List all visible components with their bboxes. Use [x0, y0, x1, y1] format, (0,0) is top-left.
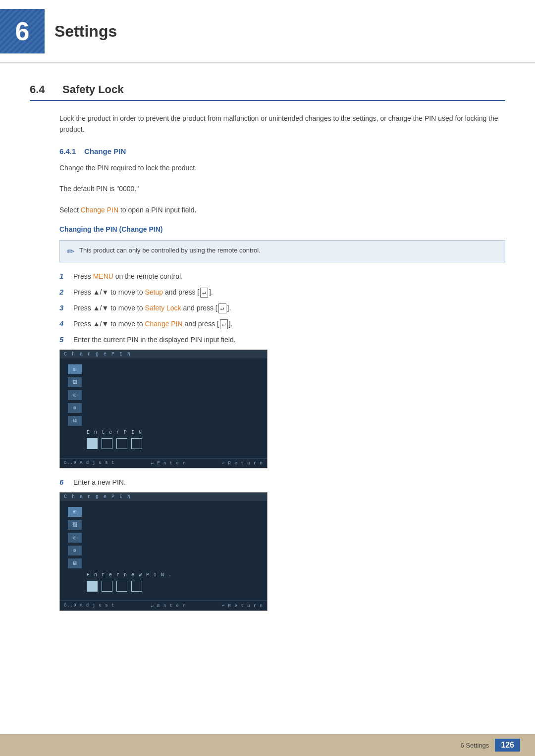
main-content: 6.4 Safety Lock Lock the product in orde… [0, 63, 535, 645]
subsection-desc2: The default PIN is "0000." [59, 183, 505, 194]
step-1: 1 Press MENU on the remote control. [59, 270, 505, 282]
enter-key-3: ↵ [218, 303, 226, 313]
pin-box-1-4 [131, 438, 142, 449]
changepin-highlight: Change PIN [145, 320, 182, 328]
pin-footer-mid-2: ↵ E n t e r [151, 603, 185, 608]
pin-icons-2: ⊞ 🖼 ◎ ⚙ 🖥 [68, 507, 259, 568]
subsection-heading: 6.4.1 Change PIN [59, 147, 505, 155]
pin-icon-2b: 🖼 [68, 520, 82, 530]
icon-row-2-3: ◎ [68, 533, 259, 543]
subsection-number: 6.4.1 [59, 147, 76, 155]
step-2: 2 Press ▲/▼ to move to Setup and press [… [59, 286, 505, 298]
pin-footer-2: 0..9 A d j u s t ↵ E n t e r ↩ R e t u r… [60, 601, 267, 610]
pin-icon-2d: ⚙ [68, 546, 82, 555]
pin-footer-mid-1: ↵ E n t e r [151, 460, 185, 466]
step-6: 6 Enter a new PIN. [59, 476, 505, 488]
step-4: 4 Press ▲/▼ to move to Change PIN and pr… [59, 318, 505, 330]
pin-screen-2: C h a n g e P I N ⊞ 🖼 ◎ ⚙ 🖥 E n t [59, 492, 268, 611]
pin-footer-right-2: ↩ R e t u r n [222, 603, 263, 608]
pin-box-2-2 [102, 581, 112, 592]
step-number-2: 2 [59, 286, 73, 298]
pin-footer-right-1: ↩ R e t u r n [222, 460, 263, 466]
page-footer: 6 Settings 126 [0, 734, 535, 756]
pin-icon-1a: ⊞ [68, 364, 82, 374]
note-text: This product can only be controlled by u… [79, 246, 261, 255]
section-title: Safety Lock [62, 83, 124, 96]
pin-bar-2: C h a n g e P I N [60, 493, 267, 501]
step-3: 3 Press ▲/▼ to move to Safety Lock and p… [59, 302, 505, 314]
pin-box-2-1 [87, 581, 98, 592]
pin-icon-1c: ◎ [68, 390, 82, 400]
icon-row-1: ⊞ [68, 364, 259, 374]
footer-text: 6 Settings [460, 742, 489, 749]
step-text-1: Press MENU on the remote control. [73, 271, 505, 282]
pin-box-2-4 [131, 581, 142, 592]
step-text-6: Enter a new PIN. [73, 477, 505, 488]
pin-box-2-3 [116, 581, 127, 592]
step-number-6: 6 [59, 476, 73, 488]
colored-heading: Changing the PIN (Change PIN) [59, 225, 505, 233]
subsection-desc1: Change the PIN required to lock the prod… [59, 162, 505, 173]
icon-row-3: ◎ [68, 390, 259, 400]
pin-inner-2: ⊞ 🖼 ◎ ⚙ 🖥 E n t e r n e w P I N . [60, 501, 267, 601]
safetylock-highlight: Safety Lock [145, 304, 181, 312]
chapter-number: 6 [15, 16, 30, 46]
icon-row-2-4: ⚙ [68, 546, 259, 555]
enter-key-4: ↵ [220, 319, 228, 329]
step-5: 5 Enter the current PIN in the displayed… [59, 334, 505, 346]
pin-inner-1: ⊞ 🖼 ◎ ⚙ 🖥 E n t e r P I N [60, 358, 267, 458]
subsection-title: Change PIN [84, 147, 126, 155]
step-number-5: 5 [59, 334, 73, 346]
pin-box-1-1 [87, 438, 98, 449]
step-number-3: 3 [59, 302, 73, 314]
pin-icon-1b: 🖼 [68, 377, 82, 387]
chapter-title: Settings [54, 22, 117, 41]
note-icon: ✏ [67, 246, 74, 257]
pin-enter-label-2: E n t e r n e w P I N . [87, 572, 259, 578]
icon-row-2-2: 🖼 [68, 520, 259, 530]
pin-footer-left-1: 0..9 A d j u s t [64, 460, 114, 466]
icon-row-5: 🖥 [68, 416, 259, 426]
chapter-box: 6 [0, 9, 45, 53]
pin-boxes-2 [87, 581, 259, 592]
step-text-5: Enter the current PIN in the displayed P… [73, 334, 505, 345]
icon-row-2: 🖼 [68, 377, 259, 387]
pin-boxes-1 [87, 438, 259, 449]
setup-highlight: Setup [145, 288, 163, 296]
step-text-4: Press ▲/▼ to move to Change PIN and pres… [73, 318, 505, 329]
section-heading: 6.4 Safety Lock [30, 83, 505, 101]
step-text-2: Press ▲/▼ to move to Setup and press [↵]… [73, 287, 505, 298]
subsection-desc3: Select Change PIN to open a PIN input fi… [59, 204, 505, 215]
pin-bar-1: C h a n g e P I N [60, 350, 267, 358]
icon-row-2-1: ⊞ [68, 507, 259, 517]
page-header: 6 Settings [0, 0, 535, 63]
section-intro: Lock the product in order to prevent the… [59, 113, 505, 135]
step-text-3: Press ▲/▼ to move to Safety Lock and pre… [73, 302, 505, 313]
pin-icon-2a: ⊞ [68, 507, 82, 517]
pin-icon-1e: 🖥 [68, 416, 82, 426]
section-number: 6.4 [30, 83, 54, 96]
pin-icon-2e: 🖥 [68, 558, 82, 568]
step-number-4: 4 [59, 318, 73, 330]
footer-page: 126 [495, 739, 520, 752]
icon-row-2-5: 🖥 [68, 558, 259, 568]
desc3-suffix: to open a PIN input field. [118, 206, 196, 214]
step-number-1: 1 [59, 270, 73, 282]
desc3-link: Change PIN [81, 206, 118, 214]
enter-key-2: ↵ [200, 288, 208, 298]
pin-enter-label-1: E n t e r P I N [87, 430, 259, 435]
pin-screen-1: C h a n g e P I N ⊞ 🖼 ◎ ⚙ 🖥 E n t [59, 350, 268, 468]
note-box: ✏ This product can only be controlled by… [59, 240, 505, 262]
pin-footer-1: 0..9 A d j u s t ↵ E n t e r ↩ R e t u r… [60, 458, 267, 468]
icon-row-4: ⚙ [68, 403, 259, 413]
pin-icon-1d: ⚙ [68, 403, 82, 413]
pin-footer-left-2: 0..9 A d j u s t [64, 603, 114, 608]
menu-highlight: MENU [93, 272, 113, 280]
desc3-prefix: Select [59, 206, 81, 214]
pin-box-1-3 [116, 438, 127, 449]
pin-icon-2c: ◎ [68, 533, 82, 543]
pin-box-1-2 [102, 438, 112, 449]
pin-icons-1: ⊞ 🖼 ◎ ⚙ 🖥 [68, 364, 259, 426]
